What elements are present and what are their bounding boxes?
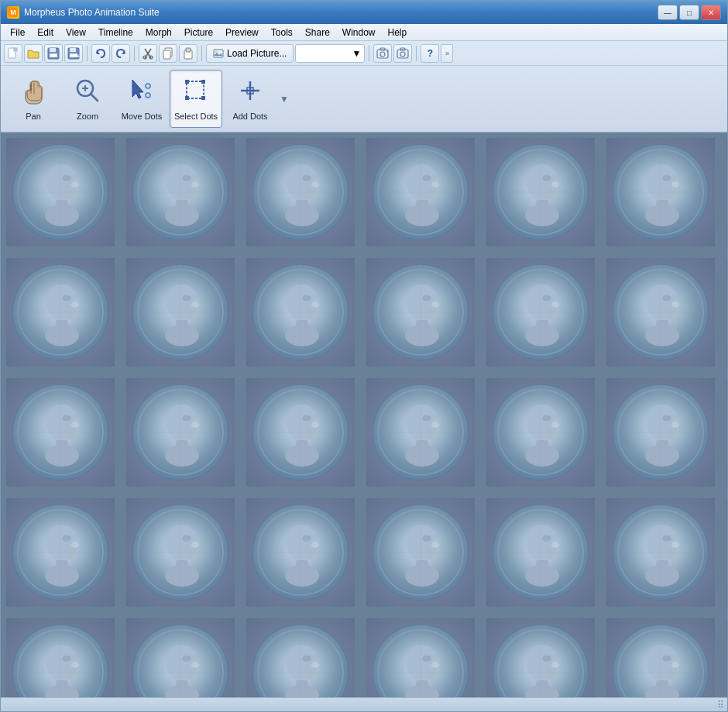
canvas-pattern (1, 132, 727, 697)
menu-item-tools[interactable]: Tools (265, 26, 299, 40)
svg-rect-41 (185, 96, 189, 100)
select-dots-tool-button[interactable]: Select Dots (170, 70, 222, 128)
move-dots-icon (128, 77, 156, 108)
pan-tool-button[interactable]: Pan (7, 70, 60, 128)
move-dots-tool-button[interactable]: Move Dots (115, 70, 168, 128)
menu-bar: FileEditViewTimelineMorphPicturePreviewT… (1, 24, 727, 41)
svg-rect-60 (1, 132, 727, 697)
window-controls: — □ ✕ (658, 5, 721, 20)
zoom-tool-button[interactable]: Zoom (61, 70, 114, 128)
svg-rect-40 (201, 80, 205, 84)
toolbar-row2: Pan Zoom (1, 66, 727, 132)
title-bar-left: M Morpheus Photo Animation Suite (7, 6, 160, 19)
svg-text:M: M (10, 9, 16, 16)
toolbars: + (1, 41, 727, 132)
save-as-button[interactable]: + (64, 44, 83, 63)
toolbar1-expand[interactable]: » (441, 44, 453, 63)
select-dots-icon (182, 77, 210, 108)
menu-item-window[interactable]: Window (336, 26, 382, 40)
picture-dropdown[interactable]: ▼ (295, 44, 365, 63)
menu-item-preview[interactable]: Preview (219, 26, 265, 40)
undo-button[interactable] (91, 44, 110, 63)
svg-point-37 (146, 93, 150, 98)
menu-item-file[interactable]: File (4, 26, 31, 40)
toolbar-row1: + (1, 41, 727, 66)
separator-2 (134, 46, 135, 61)
add-dots-label: Add Dots (232, 112, 267, 121)
title-bar: M Morpheus Photo Animation Suite — □ ✕ (1, 1, 727, 24)
add-dots-icon (236, 77, 264, 108)
help-icon: ? (428, 48, 433, 59)
svg-point-36 (146, 84, 150, 88)
separator-1 (87, 46, 88, 61)
load-picture-button[interactable]: Load Picture... (206, 44, 294, 63)
open-button[interactable] (24, 44, 43, 63)
svg-marker-35 (132, 80, 143, 98)
camera-button[interactable] (393, 44, 412, 63)
status-bar: ⠿ (1, 697, 727, 711)
menu-item-help[interactable]: Help (382, 26, 414, 40)
svg-rect-38 (187, 81, 204, 98)
app-title: Morpheus Photo Animation Suite (24, 7, 160, 18)
menu-item-edit[interactable]: Edit (31, 26, 60, 40)
new-button[interactable] (4, 44, 22, 63)
svg-rect-19 (163, 50, 170, 59)
copy-button[interactable] (159, 44, 177, 63)
select-dots-label: Select Dots (174, 112, 218, 121)
svg-text:+: + (77, 53, 80, 59)
menu-item-view[interactable]: View (60, 26, 92, 40)
redo-button[interactable] (112, 44, 130, 63)
menu-item-timeline[interactable]: Timeline (92, 26, 139, 40)
dropdown-arrow-icon: ▼ (352, 48, 362, 59)
pan-icon (19, 77, 47, 108)
menu-item-picture[interactable]: Picture (178, 26, 219, 40)
menu-item-morph[interactable]: Morph (139, 26, 178, 40)
svg-rect-6 (50, 48, 56, 52)
separator-5 (416, 46, 417, 61)
svg-rect-42 (201, 96, 205, 100)
help-button[interactable]: ? (421, 44, 439, 63)
svg-line-32 (91, 94, 98, 101)
load-picture-label: Load Picture... (227, 48, 287, 59)
canvas-area[interactable] (1, 132, 727, 697)
maximize-button[interactable]: □ (679, 5, 699, 20)
toolbar-row2-expand[interactable]: ▼ (278, 70, 290, 128)
zoom-icon (74, 77, 101, 108)
save-button[interactable] (44, 44, 63, 63)
svg-rect-7 (50, 53, 57, 57)
move-dots-label: Move Dots (122, 112, 163, 121)
add-dots-tool-button[interactable]: Add Dots (224, 70, 276, 128)
cut-button[interactable] (139, 44, 157, 63)
svg-rect-22 (214, 50, 223, 57)
snapshot-button[interactable] (373, 44, 392, 63)
expand-arrow-icon: ▼ (280, 94, 289, 105)
minimize-button[interactable]: — (658, 5, 678, 20)
app-icon: M (7, 6, 19, 19)
zoom-label: Zoom (77, 112, 98, 121)
pan-label: Pan (26, 112, 41, 121)
separator-3 (201, 46, 202, 61)
app-window: M Morpheus Photo Animation Suite — □ ✕ F… (0, 0, 728, 712)
svg-rect-21 (186, 48, 191, 52)
toolbar1-expand-icon: » (445, 50, 449, 57)
paste-button[interactable] (179, 44, 197, 63)
svg-point-25 (380, 52, 385, 57)
close-button[interactable]: ✕ (701, 5, 721, 20)
svg-rect-39 (185, 80, 189, 84)
separator-4 (369, 46, 369, 61)
resize-grip-icon: ⠿ (717, 700, 724, 710)
svg-point-29 (400, 52, 405, 57)
menu-item-share[interactable]: Share (299, 26, 336, 40)
svg-rect-9 (70, 48, 76, 52)
